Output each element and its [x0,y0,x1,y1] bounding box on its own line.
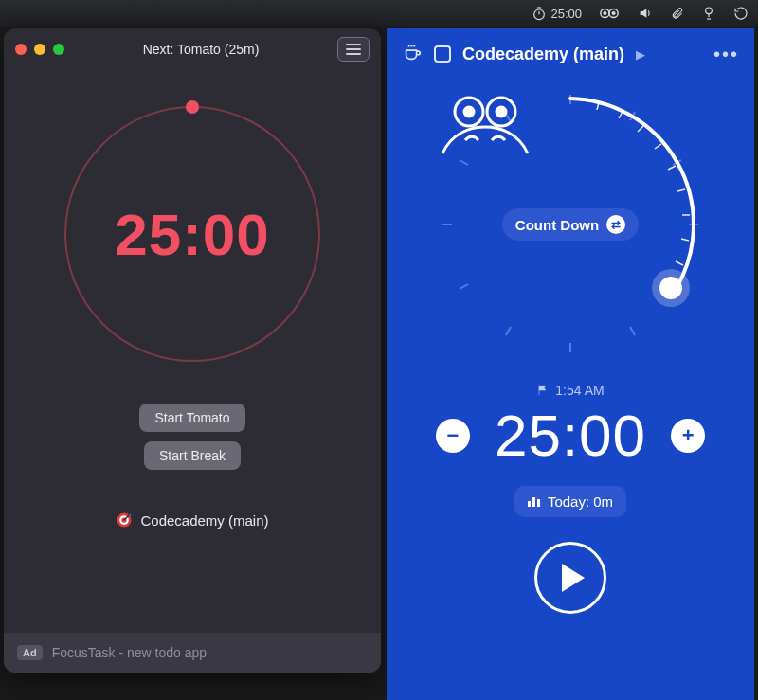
window-titlebar[interactable]: Next: Tomato (25m) [4,28,381,70]
start-tomato-button[interactable]: Start Tomato [139,404,244,432]
current-task-row[interactable]: Codecademy (main) [116,512,268,529]
mini-play-icon[interactable]: ▶ [636,47,645,62]
owl-icon [433,87,537,163]
increase-time-button[interactable]: + [671,419,705,453]
window-title: Next: Tomato (25m) [72,42,330,57]
close-window-button[interactable] [15,44,27,55]
dial-handle[interactable] [659,277,682,299]
pomodoro-window: Next: Tomato (25m) 25:00 Start Tomato St… [4,28,381,673]
menubar-timer-text: 25:00 [550,7,582,21]
stopwatch-icon [532,6,547,21]
countdown-label: Count Down [515,217,599,233]
fullscreen-window-button[interactable] [53,44,64,55]
play-icon [562,564,585,592]
countdown-display: 25:00 [495,402,646,469]
hamburger-menu-button[interactable] [337,37,370,62]
traffic-lights [15,44,64,55]
macos-menubar: 25:00 [0,0,758,27]
ad-banner[interactable]: Ad FocusTask - new todo app [4,633,381,673]
paperclip-icon[interactable] [671,5,684,22]
menubar-timer-item[interactable]: 25:00 [532,6,582,21]
today-stats-pill[interactable]: Today: 0m [514,486,626,517]
task-checkbox[interactable] [434,45,451,63]
countdown-mode-pill[interactable]: Count Down ⇄ [502,208,639,241]
alarm-time-row: 1:54 AM [536,383,604,398]
svg-point-33 [496,107,506,117]
lock-icon[interactable] [701,5,716,22]
more-menu-button[interactable]: ••• [713,44,739,65]
bar-chart-icon [528,497,540,507]
ad-text: FocusTask - new todo app [52,645,207,660]
today-stats-label: Today: 0m [548,494,613,510]
swap-mode-icon: ⇄ [606,215,625,234]
target-icon [116,512,133,529]
owl-timer-window: Codecademy (main) ▶ ••• [387,28,754,700]
svg-point-5 [706,8,713,14]
coffee-cup-icon[interactable] [402,42,423,66]
history-icon[interactable] [733,6,749,21]
svg-point-3 [604,12,606,15]
owl-task-title[interactable]: Codecademy (main) [462,45,624,64]
ad-tag: Ad [17,645,43,660]
owl-header: Codecademy (main) ▶ ••• [387,28,754,80]
alarm-time-text: 1:54 AM [555,383,604,398]
svg-point-32 [464,107,474,117]
decrease-time-button[interactable]: − [436,419,470,453]
minimize-window-button[interactable] [34,44,45,55]
timer-display: 25:00 [55,97,330,371]
timer-ring: 25:00 [55,97,330,371]
volume-icon[interactable] [637,6,654,21]
menubar-owl-icon[interactable] [599,6,620,21]
start-timer-button[interactable] [534,542,606,614]
start-break-button[interactable]: Start Break [144,441,241,470]
svg-point-4 [612,12,615,15]
flag-icon [536,384,550,397]
current-task-label: Codecademy (main) [140,512,268,529]
svg-point-0 [534,9,545,20]
timer-dial[interactable]: Count Down ⇄ [433,87,708,362]
